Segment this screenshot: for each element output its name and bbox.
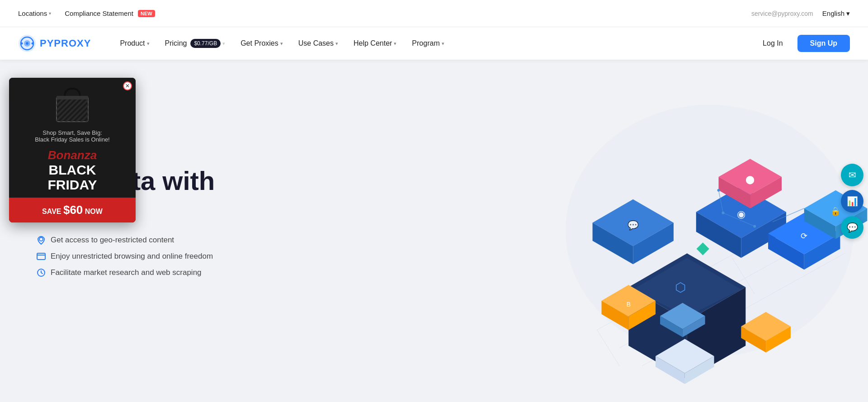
logo[interactable]: PYPROXY bbox=[18, 34, 91, 52]
nav-help-center[interactable]: Help Center ▾ bbox=[347, 36, 403, 51]
help-center-chevron: ▾ bbox=[394, 41, 396, 47]
bf-main-title: BLACK FRIDAY bbox=[16, 162, 128, 192]
nav-product[interactable]: Product ▾ bbox=[113, 36, 156, 51]
logo-proxy: PROXY bbox=[54, 38, 91, 49]
svg-text:⬤: ⬤ bbox=[745, 175, 755, 184]
side-buttons: ✉ 📊 💬 bbox=[841, 164, 868, 239]
svg-text:🔒: 🔒 bbox=[831, 206, 841, 216]
product-label: Product bbox=[120, 39, 145, 47]
signup-button[interactable]: Sign Up bbox=[797, 35, 850, 52]
top-bar-right: service@pyproxy.com English ▾ bbox=[751, 9, 850, 18]
use-cases-label: Use Cases bbox=[298, 39, 334, 47]
svg-point-3 bbox=[26, 42, 28, 45]
nav-get-proxies[interactable]: Get Proxies ▾ bbox=[234, 36, 289, 51]
svg-line-18 bbox=[597, 330, 620, 366]
svg-text:⬡: ⬡ bbox=[675, 280, 686, 294]
bf-popup: Shop Smart, Save Big: Black Friday Sales… bbox=[9, 78, 136, 222]
login-button[interactable]: Log In bbox=[754, 36, 792, 51]
pricing-label: Pricing bbox=[165, 39, 187, 47]
browse-icon bbox=[36, 251, 46, 261]
locations-label: Locations bbox=[18, 9, 47, 17]
svg-text:💬: 💬 bbox=[627, 220, 639, 231]
new-badge: NEW bbox=[138, 10, 155, 17]
main-nav: PYPROXY Product ▾ Pricing $0.77/GB ▾ Get… bbox=[0, 27, 868, 60]
nav-actions: Log In Sign Up bbox=[754, 35, 850, 52]
use-cases-chevron: ▾ bbox=[335, 41, 338, 47]
feature-1: Get access to geo-restricted content bbox=[36, 235, 215, 245]
locations-menu[interactable]: Locations ▾ bbox=[18, 9, 51, 17]
compliance-label: Compliance Statement bbox=[65, 9, 133, 17]
hero-section: Shop Smart, Save Big: Black Friday Sales… bbox=[0, 60, 868, 402]
bf-subtitle: Shop Smart, Save Big: Black Friday Sales… bbox=[16, 129, 128, 143]
bf-save-bar: SAVE $60 NOW bbox=[9, 198, 136, 222]
logo-icon bbox=[18, 34, 36, 52]
pricing-badge: $0.77/GB bbox=[190, 39, 221, 48]
compliance-menu[interactable]: Compliance Statement NEW bbox=[65, 9, 155, 17]
svg-rect-9 bbox=[57, 96, 88, 99]
top-bar: Locations ▾ Compliance Statement NEW ser… bbox=[0, 0, 868, 27]
program-chevron: ▾ bbox=[442, 41, 444, 47]
email-address: service@pyproxy.com bbox=[751, 10, 813, 17]
feature-2: Enjoy unrestricted browsing and online f… bbox=[36, 251, 215, 261]
logo-py: PY bbox=[40, 38, 54, 49]
stats-side-button[interactable]: 📊 bbox=[841, 190, 863, 213]
svg-point-61 bbox=[753, 225, 756, 228]
bf-close-button[interactable]: ✕ bbox=[123, 81, 132, 90]
svg-rect-11 bbox=[37, 253, 45, 260]
clock-icon bbox=[36, 268, 46, 278]
svg-point-10 bbox=[39, 237, 43, 241]
hero-illustration: ⬡ ◉ 💬 ⬤ bbox=[461, 60, 868, 402]
program-label: Program bbox=[412, 39, 439, 47]
svg-rect-7 bbox=[57, 97, 88, 122]
nav-program[interactable]: Program ▾ bbox=[406, 36, 450, 51]
nav-items: Product ▾ Pricing $0.77/GB ▾ Get Proxies… bbox=[113, 35, 754, 52]
svg-point-60 bbox=[722, 212, 724, 214]
nav-pricing[interactable]: Pricing $0.77/GB ▾ bbox=[159, 35, 232, 52]
bf-popup-header: Shop Smart, Save Big: Black Friday Sales… bbox=[9, 78, 136, 148]
nav-use-cases[interactable]: Use Cases ▾ bbox=[292, 36, 344, 51]
location-icon bbox=[36, 235, 46, 245]
hero-features: Get access to geo-restricted content Enj… bbox=[36, 235, 215, 278]
get-proxies-chevron: ▾ bbox=[280, 41, 283, 47]
chat-side-button[interactable]: 💬 bbox=[841, 216, 863, 239]
product-chevron: ▾ bbox=[147, 41, 150, 47]
bf-bonanza: Bonanza bbox=[16, 148, 128, 162]
svg-text:⟳: ⟳ bbox=[801, 232, 807, 241]
svg-text:◉: ◉ bbox=[737, 208, 745, 220]
language-selector[interactable]: English ▾ bbox=[822, 9, 850, 18]
bf-amount: $60 bbox=[63, 203, 83, 217]
pricing-chevron: ▾ bbox=[222, 41, 225, 47]
top-bar-left: Locations ▾ Compliance Statement NEW bbox=[18, 9, 155, 17]
language-chevron: ▾ bbox=[846, 9, 850, 18]
help-center-label: Help Center bbox=[354, 39, 392, 47]
svg-point-4 bbox=[21, 43, 23, 45]
get-proxies-label: Get Proxies bbox=[241, 39, 278, 47]
iso-graphic: ⬡ ◉ 💬 ⬤ bbox=[461, 60, 868, 402]
feature-3: Facilitate market research and web scrap… bbox=[36, 268, 215, 278]
logo-text: PYPROXY bbox=[40, 38, 91, 49]
svg-point-62 bbox=[717, 189, 720, 192]
language-label: English bbox=[822, 9, 844, 17]
svg-point-5 bbox=[32, 43, 34, 45]
svg-text:B: B bbox=[627, 301, 631, 308]
email-side-button[interactable]: ✉ bbox=[841, 164, 863, 186]
bf-title-area: Bonanza BLACK FRIDAY bbox=[9, 148, 136, 198]
bf-bag-icon bbox=[52, 83, 93, 124]
locations-chevron: ▾ bbox=[49, 11, 51, 16]
